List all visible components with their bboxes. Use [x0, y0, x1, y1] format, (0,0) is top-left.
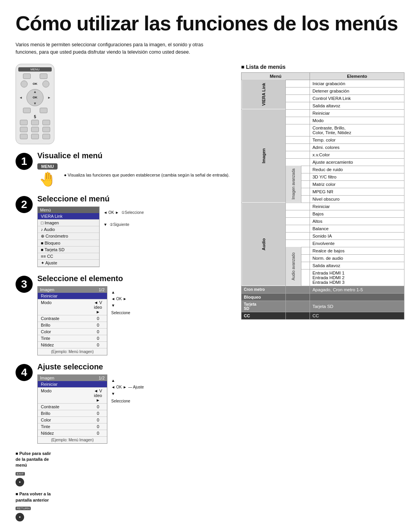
- table-row: CC CC: [242, 312, 404, 319]
- step-number-1: 1: [16, 153, 33, 170]
- step-1: 1 Visualice el menú MENU 🤚 ● Visualiza l…: [16, 151, 233, 187]
- bullet-icon: ●: [64, 173, 66, 177]
- panel-mockup-step3: Imagen 1/2 Reiniciar Modo◄ V ideo ► Cont…: [37, 286, 107, 355]
- remote-illustration: MENU OK ▲ ◄ OK ► ▼: [16, 64, 54, 144]
- col-element: Elemento: [310, 72, 404, 80]
- step-1-title: Visualice el menú: [37, 151, 233, 160]
- table-row: Imagen Reiniciar: [242, 109, 404, 117]
- table-title: ■ Lista de menús: [241, 64, 404, 70]
- step-4-title: Ajuste seleccione: [37, 362, 233, 371]
- step-number-2: 2: [16, 196, 33, 213]
- panel-header-label: Imagen: [40, 287, 54, 292]
- annotation-select: ①Seleccione: [121, 210, 144, 215]
- table-row: Bloqueo: [242, 293, 404, 301]
- step-number-4: 4: [16, 364, 33, 381]
- page-title: Cómo utilizar las funciones de los menús: [16, 12, 404, 35]
- right-column: ■ Lista de menús Menú Elemento VIERA Lin…: [241, 64, 404, 320]
- note-return: ■ Para volver a lapantalla anterior RETU…: [16, 491, 233, 521]
- note-exit: ■ Pulse para salirde la pantalla demenú …: [16, 451, 233, 487]
- step-number-3: 3: [16, 276, 33, 293]
- intro-text: Varios menús le permiten seleccionar con…: [16, 41, 226, 56]
- table-row: TarjetaSD Tarjeta SD: [242, 301, 404, 312]
- step-2-title: Seleccione el menú: [37, 194, 233, 203]
- annotation-next: ②Siguiente: [110, 222, 130, 227]
- table-row: VIERA Link Iniciar grabación: [242, 80, 404, 87]
- step-1-bullet: Visualiza las funciones que pueden estab…: [68, 173, 229, 177]
- menu-mockup-step2: Menú VIERA Link □ Imagen ♪ Audio ⊕ Cronó…: [37, 206, 100, 267]
- annotation-seleccione: Seleccione: [111, 311, 130, 315]
- bottom-notes: ■ Pulse para salirde la pantalla demenú …: [16, 451, 233, 522]
- menu-list-table: Menú Elemento VIERA Link Iniciar grabaci…: [241, 72, 404, 320]
- table-row: Audio Reiniciar: [242, 203, 404, 210]
- step-3-title: Seleccione el elemento: [37, 274, 233, 283]
- step-4: 4 Ajuste seleccione Imagen 1/2 Reiniciar…: [16, 362, 233, 444]
- step-2: 2 Seleccione el menú Menú VIERA Link □ I…: [16, 194, 233, 267]
- col-menu: Menú: [242, 72, 310, 80]
- step-3: 3 Seleccione el elemento Imagen 1/2 Rein…: [16, 274, 233, 355]
- panel-page: 1/2: [99, 287, 105, 292]
- left-column: MENU OK ▲ ◄ OK ► ▼: [16, 64, 233, 530]
- panel-note-step3: (Ejemplo: Menú Imagen): [38, 348, 107, 355]
- menu-button-label: MENU: [37, 163, 58, 170]
- table-row: Cron metro Apagado, Cron metro 1-5: [242, 286, 404, 293]
- panel-mockup-step4: Imagen 1/2 Reiniciar Modo◄ V ideo ► Cont…: [37, 374, 107, 444]
- panel-note-step4: (Ejemplo: Menú Imagen): [38, 437, 107, 443]
- hand-icon: 🤚: [39, 171, 56, 187]
